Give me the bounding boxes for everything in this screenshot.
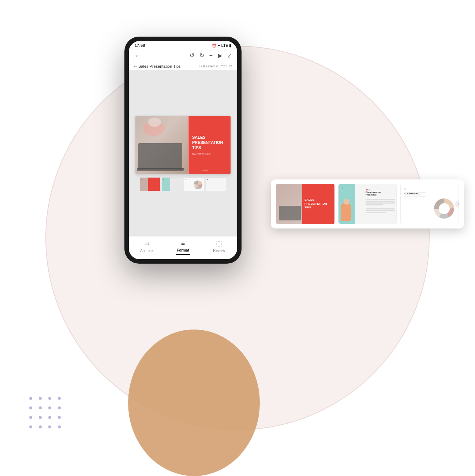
main-slide[interactable]: SALES PRESENTATION TIPS By: Mae McLain z… [135, 116, 231, 174]
thumbnail-4[interactable]: 4 [206, 177, 226, 191]
format-tab-underline [176, 254, 190, 255]
laptop-shape [138, 143, 182, 169]
donut-chart [434, 198, 454, 219]
status-time: 17:58 [135, 43, 145, 48]
strip-slide-1[interactable]: 1 SALES PRESENTATION TIPS [276, 184, 334, 224]
undo-button[interactable]: ↺ [190, 52, 194, 59]
slide-red-box: SALES PRESENTATION TIPS By: Mae McLain [188, 116, 231, 174]
add-button[interactable]: + [209, 52, 213, 59]
tab-review[interactable]: ⬚ Review [201, 239, 237, 255]
thumbnail-1[interactable]: 1 [140, 177, 160, 191]
slide-image-background [135, 116, 188, 174]
bottom-tabs: ⇒ Animate ≡ Format ⬚ Review [129, 236, 237, 259]
thumb-3-number: 3 [185, 178, 186, 181]
slide-strip-popup: 1 SALES PRESENTATION TIPS 2 [271, 179, 464, 228]
review-icon: ⬚ [216, 239, 222, 248]
strip-slide-1-title: SALES PRESENTATION TIPS [304, 198, 332, 209]
phone-screen: 17:58 ⏰ ✦ LTE ▮ ← ↺ ↻ [129, 41, 237, 259]
document-title[interactable]: Sales Presentation Tips [138, 64, 181, 68]
edit-icon: ✏ [134, 64, 137, 68]
toolbar-center: ↺ ↻ + ▶ ⤤ [190, 52, 232, 59]
tab-format[interactable]: ≡ Format [165, 239, 201, 255]
strip-slide-2[interactable]: 2 #3.1 Discrimination Prohibited [338, 184, 397, 224]
thumbnail-row: 1 2 3 4 [138, 177, 228, 191]
slide-title-line3: TIPS [192, 145, 201, 150]
strip-red-content: SALES PRESENTATION TIPS [302, 184, 334, 224]
thumbnail-3[interactable]: 3 [184, 177, 204, 191]
thumb-4-number: 4 [207, 178, 208, 181]
play-button[interactable]: ▶ [218, 52, 222, 59]
thumb-1-number: 1 [141, 178, 142, 181]
scene: 17:58 ⏰ ✦ LTE ▮ ← ↺ ↻ [0, 0, 475, 476]
tab-animate[interactable]: ⇒ Animate [129, 239, 165, 255]
strip-slide-3-number: 3 [404, 187, 456, 191]
slide-area: SALES PRESENTATION TIPS By: Mae McLain z… [129, 70, 237, 236]
slide-title-line1: SALES [192, 135, 206, 140]
status-bar: 17:58 ⏰ ✦ LTE ▮ [129, 41, 237, 49]
format-icon: ≡ [181, 239, 185, 247]
slide-logo: zyiker [201, 169, 209, 172]
alarm-icon: ⏰ [212, 44, 216, 48]
phone-wrapper: 17:58 ⏰ ✦ LTE ▮ ← ↺ ↻ [124, 37, 242, 264]
lte-label: LTE [221, 44, 228, 48]
format-label: Format [177, 248, 189, 252]
thumbnail-2[interactable]: 2 [162, 177, 182, 191]
share-button[interactable]: ⤤ [227, 52, 232, 59]
thumb-2-number: 2 [163, 178, 164, 181]
animate-label: Animate [140, 249, 154, 253]
review-label: Review [213, 249, 225, 253]
app-toolbar: ← ↺ ↻ + ▶ ⤤ [129, 49, 237, 62]
toolbar-left: ← [134, 51, 144, 60]
doc-title-bar: ✏ Sales Presentation Tips Last saved at … [129, 62, 237, 70]
strip-2-text-area: #3.1 Discrimination Prohibited [366, 189, 395, 214]
last-saved-text: Last saved at 17:58:12 [199, 64, 232, 68]
slide-author: By: Mae McLain [192, 152, 227, 155]
donut-hole [439, 203, 450, 214]
slide-main-title: SALES PRESENTATION TIPS [192, 135, 227, 150]
strip-2-lines [366, 199, 395, 213]
strip-slide-3[interactable]: 3 At a Glance › [400, 184, 459, 224]
strip-3-small-text [404, 192, 426, 200]
redo-button[interactable]: ↻ [199, 52, 204, 59]
laptop-base-shape [137, 168, 184, 171]
battery-icon: ▮ [229, 44, 231, 48]
strip-3-donut-area [404, 196, 456, 221]
status-icons: ⏰ ✦ LTE ▮ [212, 44, 231, 48]
phone-device: 17:58 ⏰ ✦ LTE ▮ ← ↺ ↻ [124, 37, 242, 264]
back-button[interactable]: ← [134, 51, 141, 60]
dot-grid-decoration [29, 397, 64, 432]
animate-icon: ⇒ [144, 239, 150, 248]
signal-icon: ✦ [217, 44, 220, 48]
slide-title-line2: PRESENTATION [192, 140, 223, 145]
strip-slide-2-title: #3.1 Discrimination Prohibited [366, 189, 395, 197]
